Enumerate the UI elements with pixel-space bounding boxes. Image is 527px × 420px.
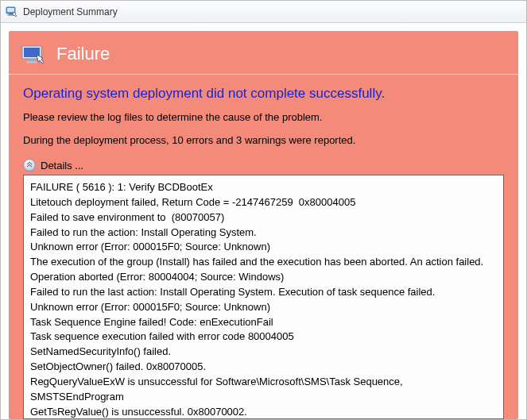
details-label: Details ... — [41, 160, 83, 171]
log-line: Task sequence execution failed with erro… — [30, 329, 497, 345]
log-line: GetTsRegValue() is unsuccessful. 0x80070… — [30, 405, 497, 419]
log-line: Unknown error (Error: 000015F0; Source: … — [30, 300, 497, 315]
chevron-up-icon — [23, 159, 36, 171]
content-area: Failure Operating system deployment did … — [1, 23, 526, 419]
log-box[interactable]: FAILURE ( 5616 ): 1: Verify BCDBootExLit… — [23, 175, 504, 419]
log-line: RegQueryValueExW is unsuccessful for Sof… — [30, 375, 497, 405]
log-line: SetNamedSecurityInfo() failed. — [30, 345, 497, 360]
panel-heading: Failure — [56, 44, 110, 64]
svg-rect-2 — [9, 13, 13, 15]
log-line: The execution of the group (Install) has… — [30, 255, 497, 270]
log-line: Operation aborted (Error: 80004004; Sour… — [30, 270, 497, 285]
log-line: Unknown error (Error: 000015F0; Source: … — [30, 240, 497, 255]
panel-body: Operating system deployment did not comp… — [9, 75, 518, 419]
summary-text: During the deployment process, 10 errors… — [23, 134, 504, 146]
svg-rect-1 — [7, 8, 14, 12]
log-line: Task Sequence Engine failed! Code: enExe… — [30, 315, 497, 330]
svg-rect-6 — [29, 59, 35, 61]
headline-text: Operating system deployment did not comp… — [23, 86, 504, 102]
log-line: Litetouch deployment failed, Return Code… — [30, 195, 497, 210]
titlebar[interactable]: Deployment Summary — [1, 1, 526, 23]
log-line: Failed to run the action: Install Operat… — [30, 225, 497, 241]
log-line: SetObjectOwner() failed. 0x80070005. — [30, 360, 497, 375]
subtext: Please review the log files to determine… — [23, 111, 504, 123]
svg-rect-3 — [8, 14, 14, 15]
svg-rect-7 — [26, 61, 37, 64]
window-title: Deployment Summary — [23, 6, 118, 17]
app-icon — [6, 6, 18, 18]
log-line: FAILURE ( 5616 ): 1: Verify BCDBootEx — [30, 180, 497, 195]
details-toggle[interactable]: Details ... — [23, 159, 504, 171]
monitor-icon — [21, 42, 45, 66]
log-line: Failed to save environment to (80070057) — [30, 210, 497, 225]
failure-panel: Failure Operating system deployment did … — [9, 31, 518, 419]
window: Deployment Summary Failure Operating s — [0, 0, 527, 420]
log-line: Failed to run the last action: Install O… — [30, 285, 497, 300]
panel-header: Failure — [9, 31, 518, 74]
